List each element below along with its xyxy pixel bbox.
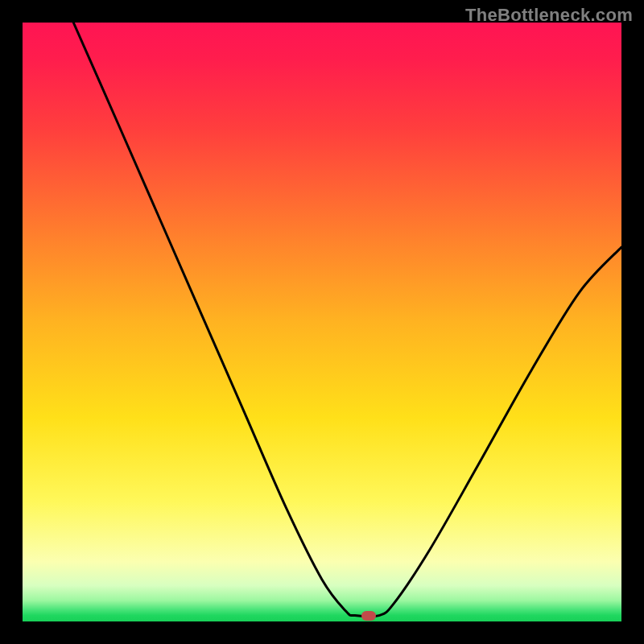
bottleneck-curve (23, 23, 621, 621)
chart-frame: TheBottleneck.com (0, 0, 644, 644)
watermark-text: TheBottleneck.com (465, 5, 633, 26)
plot-area (23, 23, 621, 621)
optimum-marker (361, 611, 376, 621)
